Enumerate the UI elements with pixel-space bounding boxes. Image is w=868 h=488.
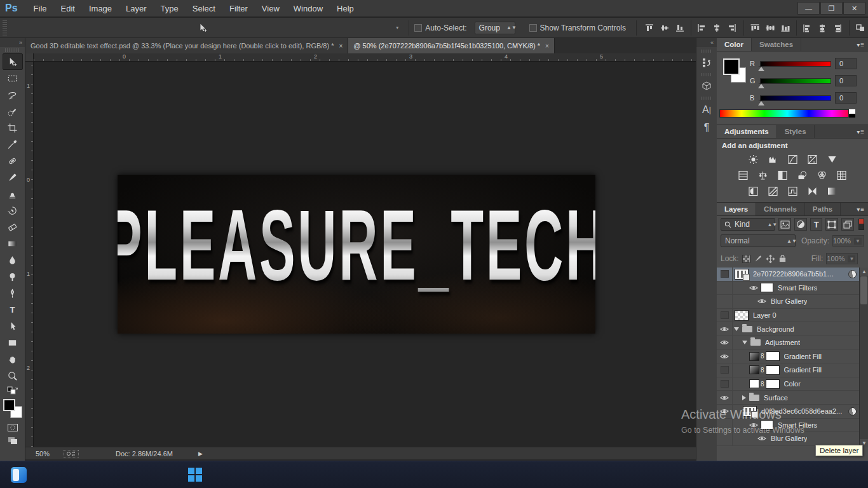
auto-align-icon[interactable] bbox=[853, 21, 867, 35]
show-transform-checkbox[interactable] bbox=[529, 24, 537, 32]
layer-name[interactable]: Blur Gallery bbox=[771, 297, 807, 305]
layer-name[interactable]: Gradient Fill bbox=[784, 353, 822, 360]
clone-stamp-tool[interactable] bbox=[3, 186, 23, 202]
visibility-toggle[interactable] bbox=[717, 336, 733, 349]
red-slider[interactable] bbox=[760, 61, 831, 67]
paragraph-panel-icon[interactable]: ¶ bbox=[699, 120, 714, 135]
filter-pixel-layers-icon[interactable] bbox=[778, 218, 791, 231]
hue-saturation-adjustment-icon[interactable] bbox=[736, 170, 750, 181]
zoom-level[interactable]: 50% bbox=[36, 450, 50, 458]
expand-toggle[interactable] bbox=[742, 341, 747, 344]
layer-row[interactable]: 2e707222b8906a7b5b1f45e... bbox=[717, 268, 859, 281]
scroll-up-arrow[interactable]: ▲ bbox=[860, 268, 868, 276]
dist-left-icon[interactable] bbox=[801, 21, 815, 35]
align-vcenter-icon[interactable] bbox=[658, 21, 672, 35]
layer-name[interactable]: Adjustment bbox=[765, 339, 800, 346]
tab-channels[interactable]: Channels bbox=[756, 203, 805, 215]
layer-name[interactable]: Surface bbox=[764, 394, 788, 402]
layer-row[interactable]: d0f9ed3ec6c058d6eaa2... bbox=[717, 405, 859, 419]
expand-toggle[interactable] bbox=[734, 327, 739, 331]
fill-thumbnail[interactable] bbox=[749, 352, 759, 361]
history-panel-icon[interactable] bbox=[699, 55, 714, 71]
scrollbar-thumb[interactable] bbox=[860, 276, 867, 304]
photo-filter-adjustment-icon[interactable] bbox=[796, 170, 810, 181]
layer-name[interactable]: d0f9ed3ec6c058d6eaa2... bbox=[761, 407, 842, 415]
invert-adjustment-icon[interactable] bbox=[746, 186, 760, 197]
tab-swatches[interactable]: Swatches bbox=[752, 38, 801, 51]
visibility-toggle[interactable] bbox=[717, 322, 733, 336]
menu-edit[interactable]: Edit bbox=[54, 0, 82, 17]
mask-thumbnail[interactable] bbox=[766, 351, 780, 361]
align-top-icon[interactable] bbox=[642, 21, 656, 35]
eyedropper-tool[interactable] bbox=[3, 136, 23, 152]
properties-panel-icon[interactable] bbox=[699, 79, 714, 94]
filter-adjustment-layers-icon[interactable] bbox=[794, 218, 807, 231]
blur-tool[interactable] bbox=[3, 252, 23, 268]
align-hcenter-icon[interactable] bbox=[710, 21, 724, 35]
rectangular-marquee-tool[interactable] bbox=[3, 70, 23, 86]
dist-top-icon[interactable] bbox=[748, 21, 762, 35]
layer-row[interactable]: 8Gradient Fill bbox=[717, 350, 859, 364]
minimize-button[interactable]: — bbox=[797, 2, 820, 15]
character-panel-icon[interactable]: A| bbox=[699, 102, 714, 118]
gradient-map-adjustment-icon[interactable] bbox=[805, 186, 819, 197]
opacity-value[interactable]: 100%▼ bbox=[832, 235, 864, 247]
layers-scrollbar[interactable]: ▲ ▼ bbox=[859, 268, 868, 447]
start-button[interactable] bbox=[188, 468, 203, 482]
tools-panel-expand[interactable]: » bbox=[0, 38, 25, 47]
menu-help[interactable]: Help bbox=[330, 0, 361, 17]
filter-mask-thumbnail[interactable] bbox=[761, 420, 773, 430]
menu-filter[interactable]: Filter bbox=[222, 0, 255, 17]
eye-icon[interactable] bbox=[749, 422, 758, 428]
fill-thumbnail[interactable] bbox=[749, 365, 759, 374]
eye-icon[interactable] bbox=[720, 339, 729, 346]
crop-tool[interactable] bbox=[3, 119, 23, 136]
restore-button[interactable]: ❐ bbox=[820, 2, 843, 15]
filter-smart-objects-icon[interactable] bbox=[841, 218, 854, 231]
layer-row[interactable]: 8Color bbox=[717, 377, 859, 391]
menu-view[interactable]: View bbox=[255, 0, 287, 17]
status-sync-icon[interactable] bbox=[64, 450, 79, 458]
layer-name[interactable]: Smart Filters bbox=[778, 284, 817, 292]
smart-filter-badge[interactable] bbox=[848, 407, 857, 416]
lock-pixels-icon[interactable] bbox=[754, 254, 763, 263]
filter-mask-thumbnail[interactable] bbox=[761, 283, 773, 292]
canvas-area[interactable]: PLEASURE_TECH bbox=[34, 62, 696, 447]
blue-slider[interactable] bbox=[760, 95, 831, 101]
move-tool[interactable] bbox=[3, 53, 23, 70]
fill-value[interactable]: 100%▼ bbox=[826, 253, 858, 264]
dock-collapse-chevron[interactable]: « bbox=[696, 38, 717, 47]
smart-filter-badge[interactable] bbox=[848, 270, 857, 278]
menu-image[interactable]: Image bbox=[82, 0, 119, 17]
layer-name[interactable]: Color bbox=[784, 380, 801, 388]
layer-name[interactable]: Gradient Fill bbox=[784, 366, 822, 374]
visibility-toggle[interactable] bbox=[717, 377, 733, 391]
layer-row[interactable]: Background bbox=[717, 322, 859, 336]
move-tool-dropdown-arrow[interactable]: ▾ bbox=[396, 25, 398, 30]
panel-menu-icon[interactable]: ▾≡ bbox=[857, 206, 865, 213]
visibility-toggle[interactable] bbox=[717, 405, 733, 418]
layer-name[interactable]: Smart Filters bbox=[778, 421, 817, 429]
green-slider[interactable] bbox=[760, 78, 831, 84]
brush-tool[interactable] bbox=[3, 169, 23, 186]
expand-toggle[interactable] bbox=[742, 395, 746, 400]
visibility-toggle[interactable] bbox=[717, 363, 733, 377]
color-lookup-adjustment-icon[interactable] bbox=[835, 170, 849, 181]
levels-adjustment-icon[interactable] bbox=[766, 154, 780, 165]
eye-icon[interactable] bbox=[757, 298, 766, 304]
blend-mode-dropdown[interactable]: Normal▲▼ bbox=[721, 234, 796, 247]
channel-mixer-adjustment-icon[interactable] bbox=[815, 170, 829, 181]
layer-row[interactable]: Surface bbox=[717, 391, 859, 405]
dist-right-icon[interactable] bbox=[831, 21, 845, 35]
close-button[interactable]: ✕ bbox=[843, 2, 865, 15]
menu-select[interactable]: Select bbox=[186, 0, 222, 17]
eye-icon[interactable] bbox=[749, 285, 758, 291]
align-right-icon[interactable] bbox=[726, 21, 740, 35]
visibility-toggle[interactable] bbox=[717, 350, 733, 363]
layer-thumbnail[interactable] bbox=[735, 310, 749, 321]
history-brush-tool[interactable] bbox=[3, 202, 23, 219]
dist-bottom-icon[interactable] bbox=[778, 21, 792, 35]
black-white-adjustment-icon[interactable] bbox=[776, 170, 790, 181]
widgets-icon[interactable] bbox=[11, 467, 27, 483]
layer-row[interactable]: Blur Gallery bbox=[717, 432, 859, 446]
